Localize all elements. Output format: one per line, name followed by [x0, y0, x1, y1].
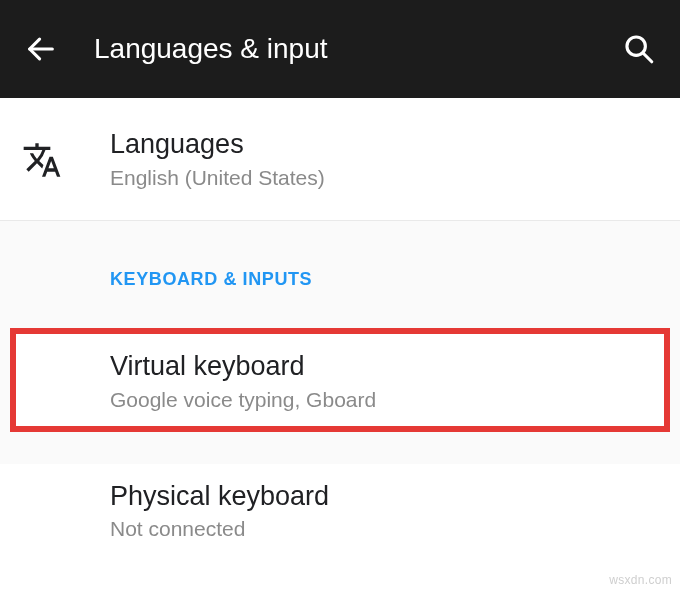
- arrow-left-icon: [24, 32, 58, 66]
- text-column: Languages English (United States): [110, 128, 658, 190]
- spacer: [0, 432, 680, 464]
- virtual-keyboard-subtitle: Google voice typing, Gboard: [110, 388, 648, 412]
- physical-keyboard-title: Physical keyboard: [110, 480, 658, 514]
- languages-row[interactable]: Languages English (United States): [0, 98, 680, 221]
- virtual-keyboard-item[interactable]: Virtual keyboard Google voice typing, Gb…: [10, 328, 670, 432]
- settings-screen: Languages & input Languages English (Uni…: [0, 0, 680, 591]
- translate-icon: [22, 140, 62, 180]
- icon-column: [22, 138, 110, 180]
- section-header-keyboard: KEYBOARD & INPUTS: [0, 221, 680, 304]
- virtual-keyboard-title: Virtual keyboard: [110, 350, 648, 384]
- search-icon: [622, 32, 656, 66]
- content-area: Languages English (United States) KEYBOA…: [0, 98, 680, 559]
- section-label: KEYBOARD & INPUTS: [110, 269, 658, 290]
- back-button[interactable]: [24, 32, 58, 66]
- app-bar: Languages & input: [0, 0, 680, 98]
- spacer: [0, 304, 680, 328]
- svg-line-2: [643, 53, 652, 62]
- physical-keyboard-subtitle: Not connected: [110, 517, 658, 541]
- physical-keyboard-item[interactable]: Physical keyboard Not connected: [0, 464, 680, 560]
- search-button[interactable]: [622, 32, 656, 66]
- page-title: Languages & input: [94, 33, 622, 65]
- watermark: wsxdn.com: [609, 573, 672, 587]
- languages-title: Languages: [110, 128, 658, 162]
- languages-subtitle: English (United States): [110, 166, 658, 190]
